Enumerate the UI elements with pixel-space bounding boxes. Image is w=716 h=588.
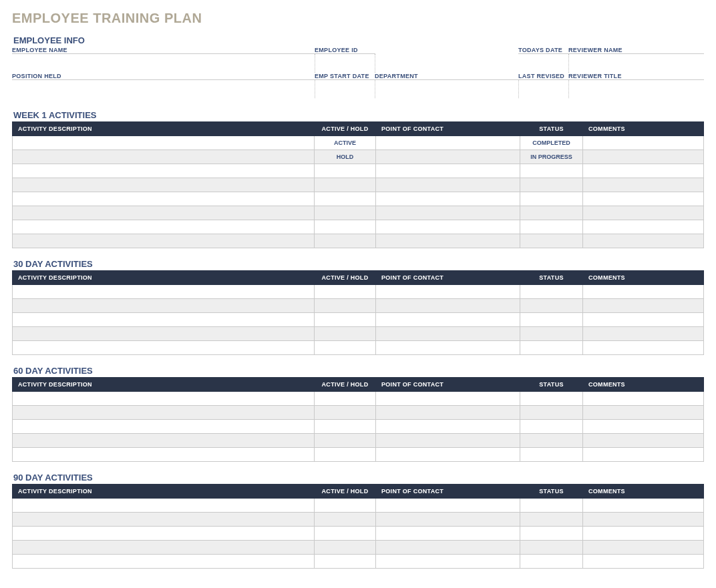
comments-cell[interactable] bbox=[583, 234, 704, 248]
activity-description-cell[interactable] bbox=[13, 192, 315, 206]
comments-cell[interactable] bbox=[583, 434, 704, 448]
active-hold-cell[interactable] bbox=[315, 420, 376, 434]
status-cell[interactable] bbox=[520, 220, 583, 234]
comments-cell[interactable] bbox=[583, 513, 704, 527]
status-cell[interactable] bbox=[520, 206, 583, 220]
activity-description-cell[interactable] bbox=[13, 178, 315, 192]
comments-cell[interactable] bbox=[583, 341, 704, 355]
comments-cell[interactable] bbox=[583, 406, 704, 420]
status-cell[interactable] bbox=[520, 392, 583, 406]
comments-cell[interactable] bbox=[583, 499, 704, 513]
activity-description-cell[interactable] bbox=[13, 541, 315, 555]
comments-cell[interactable] bbox=[583, 555, 704, 569]
active-hold-cell[interactable] bbox=[315, 285, 376, 299]
active-hold-cell[interactable] bbox=[315, 555, 376, 569]
status-cell[interactable] bbox=[520, 420, 583, 434]
active-hold-cell[interactable] bbox=[315, 206, 376, 220]
active-hold-cell[interactable] bbox=[315, 178, 376, 192]
point-of-contact-cell[interactable] bbox=[376, 178, 520, 192]
active-hold-cell[interactable] bbox=[315, 234, 376, 248]
activity-description-cell[interactable] bbox=[13, 448, 315, 462]
active-hold-cell[interactable]: HOLD bbox=[315, 150, 376, 164]
comments-cell[interactable] bbox=[583, 313, 704, 327]
point-of-contact-cell[interactable] bbox=[376, 327, 520, 341]
status-cell[interactable] bbox=[520, 299, 583, 313]
active-hold-cell[interactable] bbox=[315, 499, 376, 513]
activity-description-cell[interactable] bbox=[13, 555, 315, 569]
comments-cell[interactable] bbox=[583, 327, 704, 341]
activity-description-cell[interactable] bbox=[13, 136, 315, 150]
activity-description-cell[interactable] bbox=[13, 527, 315, 541]
status-cell[interactable] bbox=[520, 555, 583, 569]
activity-description-cell[interactable] bbox=[13, 406, 315, 420]
activity-description-cell[interactable] bbox=[13, 327, 315, 341]
active-hold-cell[interactable] bbox=[315, 513, 376, 527]
active-hold-cell[interactable] bbox=[315, 392, 376, 406]
activity-description-cell[interactable] bbox=[13, 150, 315, 164]
status-cell[interactable] bbox=[520, 448, 583, 462]
position-held-field[interactable] bbox=[12, 79, 315, 98]
point-of-contact-cell[interactable] bbox=[376, 513, 520, 527]
comments-cell[interactable] bbox=[583, 164, 704, 178]
active-hold-cell[interactable] bbox=[315, 341, 376, 355]
active-hold-cell[interactable]: ACTIVE bbox=[315, 136, 376, 150]
point-of-contact-cell[interactable] bbox=[376, 420, 520, 434]
comments-cell[interactable] bbox=[583, 206, 704, 220]
activity-description-cell[interactable] bbox=[13, 420, 315, 434]
active-hold-cell[interactable] bbox=[315, 164, 376, 178]
status-cell[interactable] bbox=[520, 192, 583, 206]
active-hold-cell[interactable] bbox=[315, 313, 376, 327]
activity-description-cell[interactable] bbox=[13, 164, 315, 178]
active-hold-cell[interactable] bbox=[315, 527, 376, 541]
department-field[interactable] bbox=[375, 79, 518, 98]
status-cell[interactable] bbox=[520, 406, 583, 420]
activity-description-cell[interactable] bbox=[13, 299, 315, 313]
status-cell[interactable] bbox=[520, 541, 583, 555]
activity-description-cell[interactable] bbox=[13, 392, 315, 406]
active-hold-cell[interactable] bbox=[315, 541, 376, 555]
last-revised-field[interactable] bbox=[518, 79, 568, 98]
point-of-contact-cell[interactable] bbox=[376, 313, 520, 327]
active-hold-cell[interactable] bbox=[315, 406, 376, 420]
activity-description-cell[interactable] bbox=[13, 206, 315, 220]
point-of-contact-cell[interactable] bbox=[376, 299, 520, 313]
reviewer-title-field[interactable] bbox=[568, 79, 704, 98]
point-of-contact-cell[interactable] bbox=[376, 406, 520, 420]
emp-start-date-field[interactable] bbox=[315, 79, 375, 98]
point-of-contact-cell[interactable] bbox=[376, 192, 520, 206]
comments-cell[interactable] bbox=[583, 527, 704, 541]
point-of-contact-cell[interactable] bbox=[376, 136, 520, 150]
status-cell[interactable]: COMPLETED bbox=[520, 136, 583, 150]
point-of-contact-cell[interactable] bbox=[376, 341, 520, 355]
activity-description-cell[interactable] bbox=[13, 434, 315, 448]
status-cell[interactable] bbox=[520, 327, 583, 341]
employee-id-field[interactable] bbox=[315, 54, 375, 73]
comments-cell[interactable] bbox=[583, 541, 704, 555]
status-cell[interactable] bbox=[520, 178, 583, 192]
status-cell[interactable] bbox=[520, 164, 583, 178]
comments-cell[interactable] bbox=[583, 192, 704, 206]
employee-name-field[interactable] bbox=[12, 54, 315, 73]
point-of-contact-cell[interactable] bbox=[376, 434, 520, 448]
active-hold-cell[interactable] bbox=[315, 220, 376, 234]
activity-description-cell[interactable] bbox=[13, 220, 315, 234]
active-hold-cell[interactable] bbox=[315, 434, 376, 448]
todays-date-field[interactable] bbox=[518, 54, 568, 73]
status-cell[interactable] bbox=[520, 285, 583, 299]
comments-cell[interactable] bbox=[583, 178, 704, 192]
comments-cell[interactable] bbox=[583, 150, 704, 164]
status-cell[interactable] bbox=[520, 341, 583, 355]
comments-cell[interactable] bbox=[583, 136, 704, 150]
status-cell[interactable] bbox=[520, 499, 583, 513]
point-of-contact-cell[interactable] bbox=[376, 448, 520, 462]
point-of-contact-cell[interactable] bbox=[376, 150, 520, 164]
status-cell[interactable] bbox=[520, 527, 583, 541]
status-cell[interactable]: IN PROGRESS bbox=[520, 150, 583, 164]
point-of-contact-cell[interactable] bbox=[376, 555, 520, 569]
comments-cell[interactable] bbox=[583, 420, 704, 434]
status-cell[interactable] bbox=[520, 434, 583, 448]
comments-cell[interactable] bbox=[583, 448, 704, 462]
status-cell[interactable] bbox=[520, 234, 583, 248]
point-of-contact-cell[interactable] bbox=[376, 527, 520, 541]
status-cell[interactable] bbox=[520, 313, 583, 327]
